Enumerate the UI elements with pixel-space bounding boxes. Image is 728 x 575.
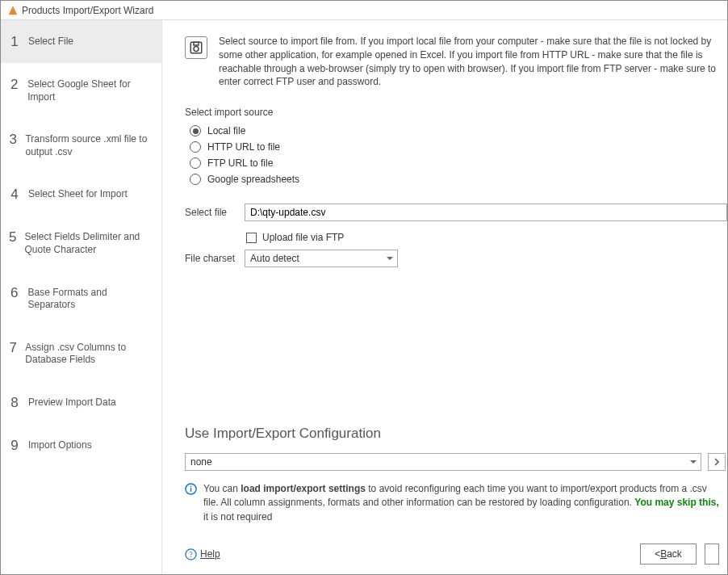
source-option-3[interactable]: Google spreadsheets	[190, 171, 727, 187]
info-icon	[185, 483, 197, 495]
upload-ftp-checkbox[interactable]	[246, 233, 257, 243]
disk-icon	[185, 36, 207, 59]
step-label: Assign .csv Columns to Database Fields	[25, 341, 153, 367]
svg-point-1	[194, 47, 199, 52]
wizard-step-2[interactable]: 2Select Google Sheet for Import	[1, 63, 161, 118]
upload-ftp-checkbox-row[interactable]: Upload file via FTP	[185, 232, 727, 243]
help-link[interactable]: ? Help	[185, 548, 220, 560]
radio-icon[interactable]	[190, 174, 201, 185]
step-label: Import Options	[28, 439, 92, 452]
step-number: 8	[9, 396, 20, 409]
step-label: Base Formats and Separators	[28, 286, 153, 312]
svg-rect-5	[190, 485, 192, 487]
wizard-step-3[interactable]: 3Transform source .xml file to output .c…	[1, 118, 161, 173]
help-label: Help	[200, 548, 220, 560]
step-number: 5	[9, 230, 17, 244]
step-number: 9	[9, 439, 20, 452]
import-source-label: Select import source	[185, 107, 727, 118]
select-file-label: Select file	[185, 207, 236, 218]
radio-icon[interactable]	[190, 157, 201, 169]
svg-rect-2	[194, 42, 199, 45]
wizard-steps-sidebar: 1Select File2Select Google Sheet for Imp…	[1, 20, 162, 574]
step-label: Transform source .xml file to output .cs…	[25, 132, 153, 158]
radio-icon[interactable]	[190, 141, 201, 153]
step-label: Select Sheet for Import	[28, 187, 128, 201]
wizard-footer: ? Help < Back	[185, 534, 727, 574]
config-heading: Use Import/Export Configuration	[185, 426, 727, 442]
help-icon: ?	[185, 548, 197, 560]
window-titlebar: Products Import/Export Wizard	[1, 1, 727, 20]
upload-ftp-label: Upload file via FTP	[262, 232, 344, 243]
radio-icon[interactable]	[190, 125, 201, 136]
wizard-step-5[interactable]: 5Select Fields Delimiter and Quote Chara…	[1, 216, 161, 271]
source-option-label: FTP URL to file	[207, 157, 273, 169]
step-number: 4	[9, 187, 20, 201]
step-label: Select File	[28, 35, 73, 48]
config-select[interactable]: none	[185, 453, 701, 471]
source-option-1[interactable]: HTTP URL to file	[190, 139, 727, 155]
step-number: 2	[9, 78, 19, 91]
window-title: Products Import/Export Wizard	[22, 5, 153, 16]
step-number: 3	[9, 132, 17, 146]
wizard-step-7[interactable]: 7Assign .csv Columns to Database Fields	[1, 326, 161, 381]
config-more-button[interactable]	[708, 453, 726, 471]
wizard-step-4[interactable]: 4Select Sheet for Import	[1, 173, 161, 216]
app-icon	[7, 5, 19, 16]
source-option-2[interactable]: FTP URL to file	[190, 155, 727, 171]
select-file-input[interactable]	[245, 204, 727, 221]
config-tip: You can load import/export settings to a…	[185, 482, 727, 524]
chevron-down-icon	[387, 257, 393, 260]
file-charset-value: Auto detect	[250, 253, 299, 264]
source-option-0[interactable]: Local file	[190, 123, 727, 139]
chevron-down-icon	[690, 460, 697, 464]
wizard-step-9[interactable]: 9Import Options	[1, 424, 161, 467]
source-option-label: HTTP URL to file	[207, 141, 280, 153]
info-text: Select source to import file from. If yo…	[219, 35, 727, 89]
step-number: 1	[9, 35, 20, 48]
import-source-radio-group: Local fileHTTP URL to fileFTP URL to fil…	[190, 123, 727, 187]
step-label: Preview Import Data	[28, 396, 116, 409]
wizard-step-6[interactable]: 6Base Formats and Separators	[1, 271, 161, 326]
back-button[interactable]: < Back	[640, 544, 697, 565]
svg-text:?: ?	[189, 551, 192, 559]
chevron-right-icon	[713, 458, 721, 466]
main-panel: Select source to import file from. If yo…	[162, 20, 727, 574]
step-number: 7	[9, 341, 17, 355]
wizard-step-8[interactable]: 8Preview Import Data	[1, 381, 161, 424]
step-label: Select Google Sheet for Import	[27, 78, 153, 103]
file-charset-select[interactable]: Auto detect	[245, 250, 398, 267]
source-option-label: Local file	[207, 125, 245, 136]
next-button-partial[interactable]	[705, 544, 719, 565]
source-option-label: Google spreadsheets	[207, 174, 299, 185]
step-label: Select Fields Delimiter and Quote Charac…	[25, 230, 153, 256]
file-charset-label: File charset	[185, 253, 236, 264]
config-value: none	[190, 456, 212, 468]
svg-rect-4	[190, 488, 192, 492]
step-number: 6	[9, 286, 20, 300]
wizard-step-1[interactable]: 1Select File	[1, 20, 161, 63]
